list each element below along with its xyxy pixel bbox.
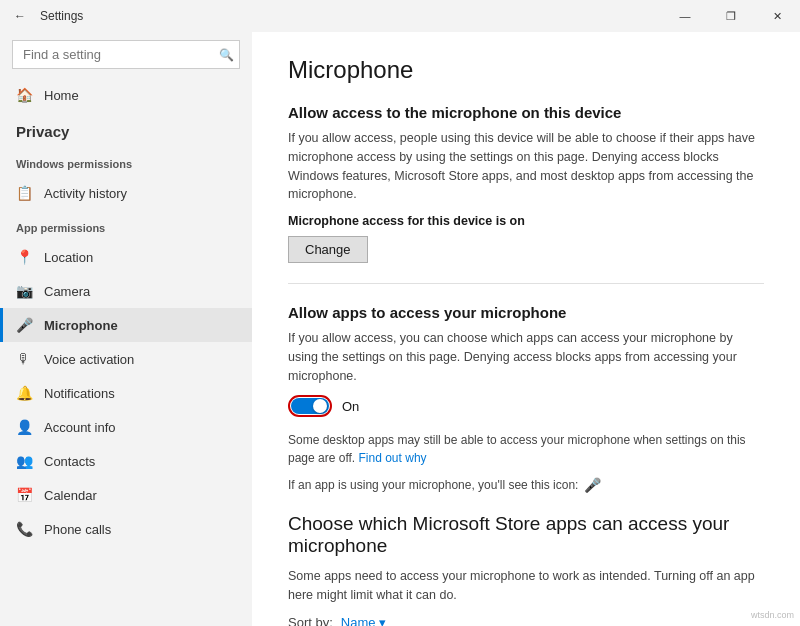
location-label: Location <box>44 250 93 265</box>
page-title: Microphone <box>288 56 764 84</box>
activity-history-label: Activity history <box>44 186 127 201</box>
sidebar-item-notifications[interactable]: 🔔 Notifications <box>0 376 252 410</box>
voice-activation-icon: 🎙 <box>16 351 32 367</box>
sort-row: Sort by: Name ▾ <box>288 615 764 626</box>
sidebar-item-activity-history[interactable]: 📋 Activity history <box>0 176 252 210</box>
sort-label: Sort by: <box>288 615 333 626</box>
sort-value: Name <box>341 615 376 626</box>
toggle-thumb <box>313 399 327 413</box>
title-bar-title: Settings <box>40 9 83 23</box>
microphone-icon: 🎤 <box>16 317 32 333</box>
notifications-icon: 🔔 <box>16 385 32 401</box>
notifications-label: Notifications <box>44 386 115 401</box>
section2-note: Some desktop apps may still be able to a… <box>288 431 764 467</box>
sidebar-item-calendar[interactable]: 📅 Calendar <box>0 478 252 512</box>
watermark: wtsdn.com <box>751 610 794 620</box>
note-text-main: Some desktop apps may still be able to a… <box>288 433 746 465</box>
sort-chevron-icon: ▾ <box>379 615 386 626</box>
microphone-toggle[interactable] <box>288 395 332 417</box>
sidebar-item-microphone[interactable]: 🎤 Microphone <box>0 308 252 342</box>
sidebar-item-location[interactable]: 📍 Location <box>0 240 252 274</box>
divider-1 <box>288 283 764 284</box>
location-icon: 📍 <box>16 249 32 265</box>
section1-heading: Allow access to the microphone on this d… <box>288 104 764 121</box>
content-area: Microphone Allow access to the microphon… <box>252 32 800 626</box>
microphone-small-icon: 🎤 <box>584 477 601 493</box>
icon-note: If an app is using your microphone, you'… <box>288 477 764 493</box>
icon-note-text: If an app is using your microphone, you'… <box>288 478 578 492</box>
home-label: Home <box>44 88 79 103</box>
section2-heading: Allow apps to access your microphone <box>288 304 764 321</box>
section1-description: If you allow access, people using this d… <box>288 129 764 204</box>
phone-calls-label: Phone calls <box>44 522 111 537</box>
account-info-label: Account info <box>44 420 116 435</box>
contacts-icon: 👥 <box>16 453 32 469</box>
sidebar-item-home[interactable]: 🏠 Home <box>0 77 252 113</box>
sidebar-item-phone-calls[interactable]: 📞 Phone calls <box>0 512 252 546</box>
activity-history-icon: 📋 <box>16 185 32 201</box>
phone-calls-icon: 📞 <box>16 521 32 537</box>
restore-button[interactable]: ❐ <box>708 0 754 32</box>
camera-icon: 📷 <box>16 283 32 299</box>
section1-status-label: Microphone access for this device is on <box>288 214 764 228</box>
privacy-heading: Privacy <box>0 113 252 146</box>
title-bar: ← Settings — ❐ ✕ <box>0 0 800 32</box>
camera-label: Camera <box>44 284 90 299</box>
toggle-track <box>291 398 329 414</box>
calendar-label: Calendar <box>44 488 97 503</box>
sidebar-item-camera[interactable]: 📷 Camera <box>0 274 252 308</box>
sidebar-search-container: 🔍 <box>12 40 240 69</box>
windows-permissions-label: Windows permissions <box>0 146 252 176</box>
section3-heading: Choose which Microsoft Store apps can ac… <box>288 513 764 557</box>
home-icon: 🏠 <box>16 87 32 103</box>
toggle-row: On <box>288 395 764 417</box>
sidebar-item-account-info[interactable]: 👤 Account info <box>0 410 252 444</box>
account-info-icon: 👤 <box>16 419 32 435</box>
main-container: 🔍 🏠 Home Privacy Windows permissions 📋 A… <box>0 32 800 626</box>
voice-activation-label: Voice activation <box>44 352 134 367</box>
search-icon: 🔍 <box>219 48 234 62</box>
back-button[interactable]: ← <box>8 4 32 28</box>
title-bar-controls: — ❐ ✕ <box>662 0 800 32</box>
find-out-link[interactable]: Find out why <box>359 451 427 465</box>
close-button[interactable]: ✕ <box>754 0 800 32</box>
change-button[interactable]: Change <box>288 236 368 263</box>
sidebar-item-contacts[interactable]: 👥 Contacts <box>0 444 252 478</box>
minimize-button[interactable]: — <box>662 0 708 32</box>
sidebar-item-voice-activation[interactable]: 🎙 Voice activation <box>0 342 252 376</box>
sidebar: 🔍 🏠 Home Privacy Windows permissions 📋 A… <box>0 32 252 626</box>
calendar-icon: 📅 <box>16 487 32 503</box>
app-permissions-label: App permissions <box>0 210 252 240</box>
section2-description: If you allow access, you can choose whic… <box>288 329 764 385</box>
section3-description: Some apps need to access your microphone… <box>288 567 764 605</box>
contacts-label: Contacts <box>44 454 95 469</box>
toggle-state-label: On <box>342 399 359 414</box>
sort-select[interactable]: Name ▾ <box>341 615 387 626</box>
title-bar-left: ← Settings <box>0 4 83 28</box>
search-input[interactable] <box>12 40 240 69</box>
microphone-label: Microphone <box>44 318 118 333</box>
